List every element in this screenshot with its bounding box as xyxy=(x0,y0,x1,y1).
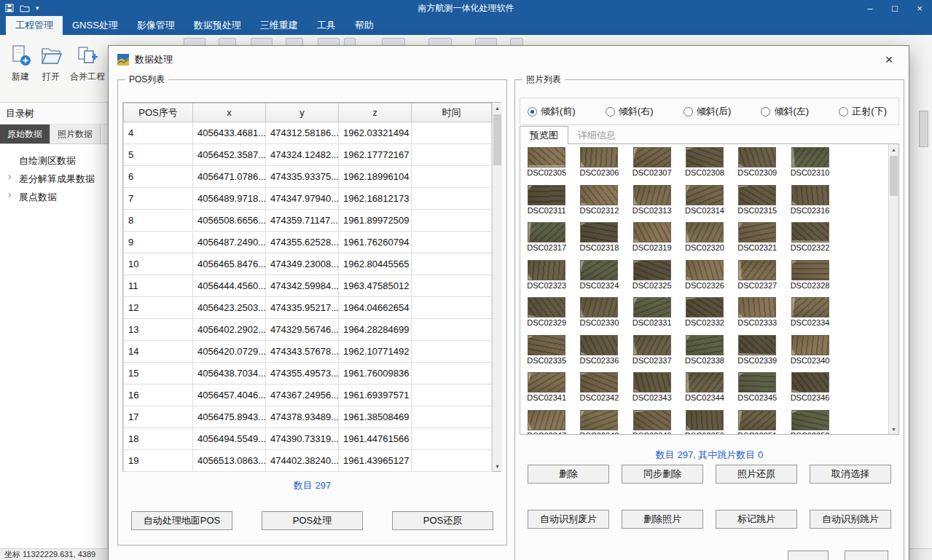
photo-item[interactable]: DSC02346 xyxy=(783,371,836,409)
photo-item[interactable]: DSC02305 xyxy=(520,146,573,184)
photo-item[interactable]: DSC02330 xyxy=(573,296,625,334)
pos-table-row[interactable]: 94056487.2490...474355.62528...1961.7626… xyxy=(124,232,492,253)
pos-table-row[interactable]: 54056452.3587...474324.12482...1962.1777… xyxy=(124,144,492,166)
photo-item[interactable]: DSC02349 xyxy=(626,409,678,435)
pos-table-row[interactable]: 84056508.6656...474359.71147...1961.8997… xyxy=(124,210,492,232)
scroll-up-icon[interactable]: ▲ xyxy=(889,144,898,154)
pos-table-row[interactable]: 44056433.4681...474312.58186...1962.0332… xyxy=(124,122,492,144)
menu-tab[interactable]: 工具 xyxy=(308,16,345,35)
photo-item[interactable]: DSC02307 xyxy=(626,146,678,184)
radio-option[interactable]: 倾斜(左) xyxy=(761,105,809,118)
photo-item[interactable]: DSC02329 xyxy=(520,296,573,334)
scrollbar[interactable] xyxy=(919,111,928,147)
pos-table-row[interactable]: 194056513.0863...474402.38240...1961.439… xyxy=(124,450,492,472)
photo-item[interactable]: DSC02340 xyxy=(783,334,836,371)
tree-item[interactable]: 自绘测区数据 xyxy=(0,151,107,170)
photo-item[interactable]: DSC02328 xyxy=(783,259,836,296)
radio-option[interactable]: 倾斜(前) xyxy=(528,105,576,118)
photo-item[interactable]: DSC02341 xyxy=(520,371,573,409)
dropdown-caret-icon[interactable]: ▾ xyxy=(36,4,39,12)
minimize-button[interactable]: – xyxy=(858,0,882,16)
menu-tab[interactable]: 三维重建 xyxy=(251,16,308,35)
pos-table-row[interactable]: 64056471.0786...474335.93375...1962.1899… xyxy=(124,166,492,188)
pos-table-scrollbar[interactable]: ▲ ▼ xyxy=(492,103,502,471)
photo-tab[interactable]: 预览图 xyxy=(520,126,568,144)
photo-item[interactable]: DSC02325 xyxy=(626,259,678,296)
pos-column-header[interactable]: POS序号 xyxy=(124,103,193,122)
photo-item[interactable]: DSC02342 xyxy=(573,371,625,409)
pos-column-header[interactable]: z xyxy=(339,103,412,122)
sidebar-tab[interactable]: 照片数据 xyxy=(50,125,101,143)
scroll-down-icon[interactable]: ▼ xyxy=(493,461,502,471)
scrollbar-thumb[interactable] xyxy=(890,156,898,196)
photo-item[interactable]: DSC02347 xyxy=(520,409,573,435)
photo-item[interactable]: DSC02319 xyxy=(626,221,678,259)
photo-item[interactable]: DSC02324 xyxy=(573,259,625,296)
dialog-bottom-button[interactable] xyxy=(788,551,829,560)
photo-item[interactable]: DSC02312 xyxy=(573,184,625,221)
radio-option[interactable]: 倾斜(后) xyxy=(684,105,732,118)
scrollbar-thumb[interactable] xyxy=(493,114,501,165)
pos-column-header[interactable]: 时间 xyxy=(412,103,492,122)
photo-item[interactable]: DSC02306 xyxy=(573,146,625,184)
pos-action-button[interactable]: POS处理 xyxy=(262,511,363,530)
pos-table-row[interactable]: 144056420.0729...474343.57678...1962.107… xyxy=(124,341,492,363)
photo-item[interactable]: DSC02337 xyxy=(626,334,678,371)
photo-item[interactable]: DSC02332 xyxy=(678,296,731,334)
pos-table-row[interactable]: 174056475.8943...474378.93489...1961.385… xyxy=(124,406,492,428)
photo-item[interactable]: DSC02343 xyxy=(626,371,678,409)
pos-table-row[interactable]: 104056465.8476...474349.23008...1962.804… xyxy=(124,253,492,275)
scroll-up-icon[interactable]: ▲ xyxy=(493,103,502,113)
chevron-right-icon[interactable]: › xyxy=(8,189,12,200)
photo-item[interactable]: DSC02315 xyxy=(731,184,783,221)
photo-action-button[interactable]: 删除照片 xyxy=(622,510,703,529)
tree-item[interactable]: ›展点数据 xyxy=(0,188,107,206)
photo-action-button[interactable]: 自动识别跳片 xyxy=(810,510,891,529)
toolbar-button[interactable]: 打开 xyxy=(39,44,63,83)
photo-action-button[interactable]: 删除 xyxy=(528,465,609,484)
pos-table-row[interactable]: 124056423.2503...474335.95217...1964.046… xyxy=(124,297,492,319)
photo-item[interactable]: DSC02311 xyxy=(520,184,573,221)
pos-action-button[interactable]: 自动处理地面POS xyxy=(131,511,232,530)
photo-item[interactable]: DSC02320 xyxy=(678,221,731,259)
tree-item[interactable]: ›差分解算成果数据 xyxy=(0,170,107,188)
photo-item[interactable]: DSC02327 xyxy=(731,259,783,296)
photo-item[interactable]: DSC02334 xyxy=(783,296,836,334)
radio-option[interactable]: 倾斜(右) xyxy=(606,105,654,118)
menu-tab[interactable]: 数据预处理 xyxy=(184,16,251,35)
dialog-titlebar[interactable]: 数据处理 × xyxy=(109,46,909,74)
photo-item[interactable]: DSC02350 xyxy=(678,409,731,435)
photo-item[interactable]: DSC02348 xyxy=(573,409,625,435)
photo-item[interactable]: DSC02344 xyxy=(678,371,731,409)
photo-item[interactable]: DSC02335 xyxy=(520,334,573,371)
photo-item[interactable]: DSC02326 xyxy=(678,259,731,296)
folder-icon[interactable] xyxy=(20,4,30,12)
toolbar-button[interactable]: 新建 xyxy=(9,44,32,83)
close-button[interactable]: × xyxy=(907,0,932,16)
pos-table-row[interactable]: 154056438.7034...474355.49573...1961.760… xyxy=(124,363,492,384)
toolbar-button[interactable]: 合并工程 xyxy=(70,44,105,83)
maximize-button[interactable]: □ xyxy=(882,0,907,16)
photo-item[interactable]: DSC02351 xyxy=(731,409,783,435)
photo-item[interactable]: DSC02336 xyxy=(573,334,625,371)
photo-action-button[interactable]: 标记跳片 xyxy=(716,510,797,529)
photo-item[interactable]: DSC02339 xyxy=(731,334,783,371)
photo-tab[interactable]: 详细信息 xyxy=(568,126,625,144)
photo-item[interactable]: DSC02322 xyxy=(783,221,836,259)
dialog-bottom-button[interactable] xyxy=(845,551,888,560)
photo-item[interactable]: DSC02331 xyxy=(626,296,678,334)
pos-column-header[interactable]: y xyxy=(266,103,339,122)
photo-item[interactable]: DSC02316 xyxy=(783,184,836,221)
pos-table-row[interactable]: 74056489.9718...474347.97940...1962.1681… xyxy=(124,188,492,210)
photo-item[interactable]: DSC02318 xyxy=(573,221,625,259)
menu-tab[interactable]: 影像管理 xyxy=(128,16,184,35)
photo-action-button[interactable]: 照片还原 xyxy=(716,465,797,484)
photo-item[interactable]: DSC02308 xyxy=(678,146,731,184)
photo-item[interactable]: DSC02317 xyxy=(520,221,573,259)
chevron-right-icon[interactable]: › xyxy=(8,170,12,182)
dialog-close-button[interactable]: × xyxy=(878,49,900,71)
photo-action-button[interactable]: 同步删除 xyxy=(622,465,703,484)
photo-item[interactable]: DSC02323 xyxy=(520,259,573,296)
pos-table-row[interactable]: 164056457.4046...474367.24956...1961.693… xyxy=(124,384,492,406)
menu-tab[interactable]: GNSS处理 xyxy=(63,16,128,35)
